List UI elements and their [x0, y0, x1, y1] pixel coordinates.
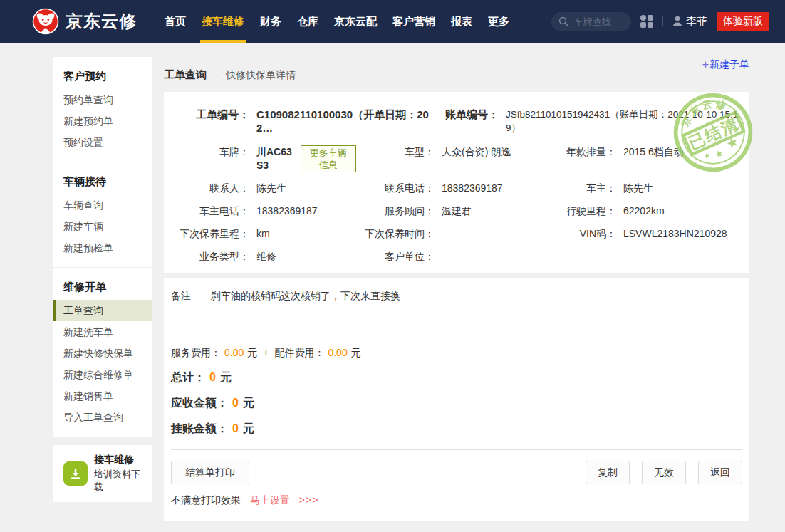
right-action-buttons: 复制 无效 返回 [586, 461, 742, 484]
credit-line: 挂账金额：0元 [171, 422, 742, 437]
owner-label: 车主： [538, 182, 616, 195]
sidebar-item-new-vehicle[interactable]: 新建车辆 [53, 216, 152, 237]
service-advisor-value: 温建君 [442, 204, 472, 218]
info-row: 车主电话： 18382369187 服务顾问： 温建君 行驶里程： 62202k… [171, 204, 742, 218]
search-icon [558, 16, 568, 26]
arrows-icon[interactable]: >>> [299, 494, 319, 506]
plate-search[interactable] [551, 12, 631, 31]
order-number-label: 工单编号： [171, 108, 249, 121]
training-download-card[interactable]: 接车维修 培训资料下载 [53, 445, 152, 502]
plus-icon: + [702, 58, 709, 71]
more-vehicle-info-button[interactable]: 更多车辆信息 [301, 145, 356, 172]
print-tip-text: 不满意打印效果 [171, 494, 241, 506]
nav-item-reports[interactable]: 报表 [443, 0, 480, 43]
model-label: 车型： [356, 145, 435, 159]
mileage-label: 行驶里程： [538, 204, 616, 218]
download-icon [63, 461, 88, 486]
remark-row: 备注 刹车油的核销码这次核销了，下次来直接换 [171, 288, 742, 303]
credit-unit: 元 [243, 422, 254, 434]
contact-value: 陈先生 [256, 182, 286, 195]
back-button[interactable]: 返回 [698, 461, 742, 484]
breadcrumb-parent[interactable]: 工单查询 [164, 68, 207, 80]
nav-item-warehouse[interactable]: 仓库 [289, 0, 326, 43]
main-top-row: 工单查询 - 快修快保单详情 + 新建子单 [164, 57, 749, 82]
year-displacement-value: 2015 6档自动 [623, 145, 684, 159]
service-fee-value: 0.00 [224, 347, 244, 358]
receivable-value: 0 [232, 397, 239, 409]
app-title: 京东云修 [66, 10, 137, 33]
download-card-text: 接车维修 培训资料下载 [94, 454, 147, 494]
currency-unit: 元 [351, 347, 361, 358]
order-number-row: 工单编号： C109082110100030（开单日期：202… 账单编号： J… [171, 108, 742, 135]
service-advisor-label: 服务顾问： [356, 204, 435, 218]
sidebar-item-import-work-order-query[interactable]: 导入工单查询 [53, 407, 152, 428]
contact-label: 联系人： [171, 182, 249, 195]
info-row: 车牌： 川AC63S3 更多车辆信息 车型： 大众(合资) 朗逸 年款排量： 2… [171, 145, 742, 172]
sidebar-item-new-sales-order[interactable]: 新建销售单 [53, 385, 152, 407]
breadcrumb-current: 快修快保单详情 [226, 69, 296, 80]
receivable-label: 应收金额： [171, 397, 228, 409]
nav-item-home[interactable]: 首页 [157, 0, 194, 43]
plate-label: 车牌： [171, 145, 249, 159]
nav-item-vehicle-repair[interactable]: 接车维修 [194, 0, 252, 43]
copy-button[interactable]: 复制 [586, 461, 630, 484]
summary-divider [171, 449, 742, 450]
info-row: 下次保养里程： km 下次保养时间： VIN码： LSVWL2183HN2109… [171, 227, 742, 241]
fee-line: 服务费用：0.00元+配件费用：0.00元 [171, 347, 742, 360]
total-label: 总计： [171, 371, 205, 383]
service-fee-label: 服务费用： [171, 347, 221, 358]
parts-fee-value: 0.00 [328, 347, 347, 358]
sidebar-section-title: 客户预约 [53, 63, 152, 89]
invalidate-button[interactable]: 无效 [642, 461, 686, 484]
info-row: 业务类型： 维修 客户单位： [171, 250, 742, 264]
sidebar-item-booking-query[interactable]: 预约单查询 [53, 89, 152, 110]
nav-item-jd-parts[interactable]: 京东云配 [326, 0, 385, 43]
owner-phone-value: 18382369187 [256, 204, 318, 218]
owner-phone-label: 车主电话： [171, 204, 249, 218]
nav-item-customer-marketing[interactable]: 客户营销 [385, 0, 443, 43]
app-logo[interactable]: 京东云修 [32, 8, 137, 35]
print-settings-link[interactable]: 马上设置 [250, 494, 290, 506]
new-sub-order-link[interactable]: + 新建子单 [702, 57, 749, 71]
print-tip-row: 不满意打印效果 马上设置 >>> [171, 494, 742, 507]
new-sub-order-label: 新建子单 [709, 58, 749, 71]
sidebar-section-title: 车辆接待 [53, 168, 152, 194]
receivable-line: 应收金额：0元 [171, 396, 742, 411]
customer-unit-label: 客户单位： [356, 250, 435, 264]
plate-search-input[interactable] [573, 16, 624, 28]
info-row: 联系人： 陈先生 联系电话： 18382369187 车主： 陈先生 [171, 182, 742, 195]
try-new-version-button[interactable]: 体验新版 [717, 12, 769, 31]
next-maintenance-mileage-value: km [256, 227, 270, 241]
apps-grid-icon[interactable] [640, 15, 653, 28]
remark-text: 刹车油的核销码这次核销了，下次来直接换 [211, 288, 400, 303]
contact-phone-value: 18382369187 [442, 182, 503, 195]
bill-number-label: 账单编号： [445, 108, 499, 121]
sidebar-item-new-precheck[interactable]: 新建预检单 [53, 237, 152, 259]
sidebar-item-new-quick-repair-order[interactable]: 新建快修快保单 [53, 343, 152, 364]
user-icon [672, 16, 682, 27]
total-unit: 元 [220, 371, 232, 383]
credit-value: 0 [232, 422, 239, 434]
remark-label: 备注 [171, 288, 211, 303]
mileage-value: 62202km [623, 204, 665, 218]
sidebar-section-repair-orders: 维修开单 工单查询 新建洗车单 新建快修快保单 新建综合维修单 新建销售单 导入… [53, 267, 152, 437]
main-panel: 工单查询 - 快修快保单详情 + 新建子单 [164, 57, 749, 521]
sidebar-item-work-order-query[interactable]: 工单查询 [53, 300, 152, 321]
nav-item-finance[interactable]: 财务 [252, 0, 289, 43]
sidebar-item-new-carwash-order[interactable]: 新建洗车单 [53, 321, 152, 343]
sidebar-item-new-comprehensive-repair-order[interactable]: 新建综合维修单 [53, 364, 152, 385]
next-maintenance-time-label: 下次保养时间： [356, 227, 435, 241]
print-settlement-button[interactable]: 结算单打印 [171, 461, 249, 484]
next-maintenance-mileage-label: 下次保养里程： [171, 227, 249, 241]
sidebar-item-new-booking[interactable]: 新建预约单 [53, 110, 152, 132]
plus-sign: + [263, 347, 269, 358]
breadcrumb: 工单查询 - 快修快保单详情 [164, 57, 296, 82]
sidebar-item-vehicle-query[interactable]: 车辆查询 [53, 194, 152, 216]
sidebar-item-booking-settings[interactable]: 预约设置 [53, 132, 152, 153]
nav-item-more[interactable]: 更多 [480, 0, 517, 43]
user-menu[interactable]: 李菲 [672, 15, 707, 28]
breadcrumb-separator: - [214, 68, 218, 80]
sidebar-section-vehicle-reception: 车辆接待 车辆查询 新建车辆 新建预检单 [53, 162, 152, 267]
bill-number-value: JSfb8211010151942431（账单日期：2021-10-10 15:… [506, 108, 742, 135]
download-card-title: 接车维修 [94, 454, 147, 466]
